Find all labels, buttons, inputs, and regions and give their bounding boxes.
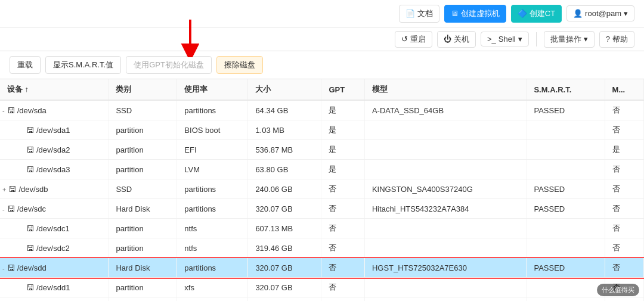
cell-size: 320.07 GB xyxy=(248,258,321,278)
cell-size: 319.46 GB xyxy=(248,238,321,258)
cell-size: 607.13 MB xyxy=(248,219,321,238)
create-vm-label: 创建虚拟机 xyxy=(461,8,500,19)
erase-button[interactable]: 擦除磁盘 xyxy=(216,56,263,74)
cell-type: Hard Disk xyxy=(109,199,177,219)
cell-m: 否 xyxy=(605,278,643,297)
table-row[interactable]: -🖫/dev/sddHard Diskpartitions320.07 GB否H… xyxy=(0,258,644,278)
table-row[interactable]: +🖫/dev/sdeHard Diskpartitions2.00 TB否TOS… xyxy=(0,297,644,302)
col-device[interactable]: 设备 ↑ xyxy=(0,79,109,100)
table-row[interactable]: -🖫/dev/sdaSSDpartitions64.34 GB是A-DATA_S… xyxy=(0,100,644,120)
col-type[interactable]: 类别 xyxy=(109,79,177,100)
chevron-shell-icon: ▾ xyxy=(518,35,522,44)
user-label: root@pam xyxy=(585,9,621,18)
cell-size: 64.34 GB xyxy=(248,100,321,120)
cell-type: partition xyxy=(109,160,177,179)
disk-table-wrapper: 设备 ↑ 类别 使用率 大小 GPT 模型 S.M.A.R.T. M... -🖫… xyxy=(0,79,644,301)
cell-model xyxy=(364,120,527,140)
erase-label: 擦除磁盘 xyxy=(224,60,255,69)
device-name: /dev/sdb xyxy=(18,185,48,194)
table-row[interactable]: 🖫/dev/sda1partitionBIOS boot1.03 MB是否 xyxy=(0,120,644,140)
disk-icon: 🖫 xyxy=(26,244,34,253)
cell-gpt: 是 xyxy=(321,100,364,120)
col-smart[interactable]: S.M.A.R.T. xyxy=(527,79,605,100)
col-gpt[interactable]: GPT xyxy=(321,79,364,100)
second-nav: ↺ 重启 ⏻ 关机 >_ Shell ▾ 批量操作 ▾ ? 帮助 xyxy=(0,27,644,51)
expand-btn[interactable]: - xyxy=(2,206,5,213)
cell-usage: EFI xyxy=(177,140,248,160)
disk-icon: 🖫 xyxy=(26,126,34,135)
doc-button[interactable]: 📄 文档 xyxy=(399,5,439,23)
table-row[interactable]: 🖫/dev/sda3partitionLVM63.80 GB是否 xyxy=(0,160,644,179)
table-row[interactable]: 🖫/dev/sdc1partitionntfs607.13 MB否否 xyxy=(0,219,644,238)
cell-gpt: 否 xyxy=(321,297,364,302)
expand-btn[interactable]: - xyxy=(2,107,5,114)
device-name: /dev/sda3 xyxy=(36,165,70,174)
reload-label: 重载 xyxy=(17,60,33,69)
cell-m: 否 xyxy=(605,238,643,258)
cell-model xyxy=(364,238,527,258)
create-vm-button[interactable]: 🖥 创建虚拟机 xyxy=(444,5,506,23)
shell-button[interactable]: >_ Shell ▾ xyxy=(481,32,529,46)
disk-icon: 🖫 xyxy=(26,165,34,174)
cell-usage: ntfs xyxy=(177,219,248,238)
restart-button[interactable]: ↺ 重启 xyxy=(395,31,432,48)
cell-type: Hard Disk xyxy=(109,297,177,302)
table-row[interactable]: -🖫/dev/sdcHard Diskpartitions320.07 GB否H… xyxy=(0,199,644,219)
col-model[interactable]: 模型 xyxy=(364,79,527,100)
disk-icon: 🖫 xyxy=(7,263,15,272)
reload-button[interactable]: 重载 xyxy=(10,56,41,74)
disk-table: 设备 ↑ 类别 使用率 大小 GPT 模型 S.M.A.R.T. M... -🖫… xyxy=(0,79,644,301)
device-name: /dev/sdc2 xyxy=(36,244,70,253)
doc-label: 文档 xyxy=(417,8,433,19)
help-icon: ? xyxy=(606,35,610,44)
cell-type: partition xyxy=(109,120,177,140)
expand-btn[interactable]: - xyxy=(2,265,5,272)
cell-model xyxy=(364,219,527,238)
cell-gpt: 是 xyxy=(321,140,364,160)
help-label: 帮助 xyxy=(612,34,628,45)
cell-m: 否 xyxy=(605,160,643,179)
create-ct-label: 创建CT xyxy=(530,8,555,19)
col-usage[interactable]: 使用率 xyxy=(177,79,248,100)
col-size[interactable]: 大小 xyxy=(248,79,321,100)
cell-type: partition xyxy=(109,219,177,238)
cell-smart xyxy=(527,120,605,140)
cell-size: 63.80 GB xyxy=(248,160,321,179)
cell-model xyxy=(364,278,527,297)
cell-type: partition xyxy=(109,140,177,160)
table-row[interactable]: 🖫/dev/sdc2partitionntfs319.46 GB否否 xyxy=(0,238,644,258)
cell-m: 否 xyxy=(605,199,643,219)
disk-icon: 🖫 xyxy=(26,224,34,233)
table-row[interactable]: 🖫/dev/sda2partitionEFI536.87 MB是是 xyxy=(0,140,644,160)
cell-m: 否 xyxy=(605,258,643,278)
create-ct-button[interactable]: 🔷 创建CT xyxy=(511,5,562,23)
cell-smart xyxy=(527,219,605,238)
cell-gpt: 是 xyxy=(321,160,364,179)
cell-smart xyxy=(527,160,605,179)
cell-smart xyxy=(527,278,605,297)
col-m[interactable]: M... xyxy=(605,79,643,100)
smart-button[interactable]: 显示S.M.A.R.T.值 xyxy=(45,56,121,74)
gpt-button[interactable]: 使用GPT初始化磁盘 xyxy=(126,56,212,74)
expand-btn[interactable]: + xyxy=(2,186,6,193)
device-name: /dev/sda1 xyxy=(36,126,70,135)
table-row[interactable]: +🖫/dev/sdbSSDpartitions240.06 GB否KINGSTO… xyxy=(0,179,644,199)
cell-gpt: 否 xyxy=(321,179,364,199)
cell-type: partition xyxy=(109,278,177,297)
batch-button[interactable]: 批量操作 ▾ xyxy=(544,31,595,48)
cell-size: 2.00 TB xyxy=(248,297,321,302)
disk-icon: 🖫 xyxy=(7,106,15,115)
cell-usage: ntfs xyxy=(177,238,248,258)
table-row[interactable]: 🖫/dev/sdd1partitionxfs320.07 GB否否 xyxy=(0,278,644,297)
shutdown-button[interactable]: ⏻ 关机 xyxy=(437,31,476,48)
user-button[interactable]: 👤 root@pam ▾ xyxy=(566,5,634,21)
cell-m: 否 xyxy=(605,179,643,199)
help-button[interactable]: ? 帮助 xyxy=(599,31,634,48)
cell-m: 否 xyxy=(605,219,643,238)
cell-smart: PASSED xyxy=(527,100,605,120)
device-name: /dev/sda xyxy=(17,106,47,115)
cell-gpt: 是 xyxy=(321,120,364,140)
disk-icon: 🖫 xyxy=(26,145,34,154)
cell-device: 🖫/dev/sdc2 xyxy=(0,238,109,258)
device-name: /dev/sdd1 xyxy=(36,283,70,292)
